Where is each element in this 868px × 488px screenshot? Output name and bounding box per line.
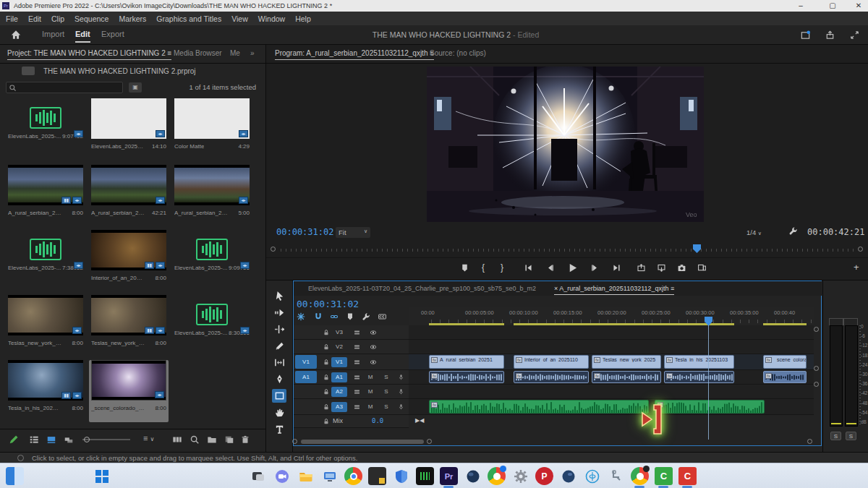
type-tool[interactable] [272,422,286,436]
rectangle-tool[interactable] [272,389,286,403]
track-button-v2[interactable]: V2 [331,342,347,352]
timeline-hscroll-far-handle[interactable] [807,439,812,444]
track-lane-a3[interactable]: fxfx [409,399,814,415]
chrome-icon[interactable] [344,467,362,485]
timeline-clip-a1[interactable]: fx [592,371,661,383]
program-current-timecode[interactable]: 00:00:31:02 [276,227,333,237]
track-lock-icon[interactable] [323,329,330,336]
sync-lock-icon[interactable] [353,343,361,351]
security-shield-icon[interactable] [392,467,410,485]
timeline-hscroll-left-handle[interactable] [292,439,297,444]
fullscreen-icon[interactable] [849,30,860,40]
tab-truncated[interactable]: Me [230,49,240,57]
menu-item-view[interactable]: View [231,14,248,23]
track-button-a1[interactable]: A1 [331,372,347,382]
mix-value[interactable]: 0.0 [372,417,383,424]
tab-project[interactable]: Project: THE MAN WHO HACKED LIGHTNING 2 … [7,49,171,60]
track-lock-icon[interactable] [323,403,330,411]
ripple-trim-cursor[interactable] [638,402,667,437]
project-item[interactable]: ◂▸_scene_colorado_2025...8:00 [89,360,169,422]
project-item[interactable]: ◂▸▮▮A_rural_serbian_2025...8:00 [6,165,85,227]
track-lane-v2[interactable] [409,340,814,354]
close-button[interactable]: ✕ [848,0,868,12]
camtasia-red-icon[interactable]: C [678,467,697,485]
tab-import[interactable]: Import [42,30,64,38]
solo-right-button[interactable]: S [846,432,856,440]
automate-sequence-icon[interactable] [172,435,182,445]
edit-original-icon[interactable] [9,435,19,445]
pc-settings-icon[interactable] [320,467,339,485]
razor-tool[interactable] [272,339,286,353]
sphere-2-icon[interactable] [559,467,577,485]
timeline-clip-v1[interactable]: fxTesla_in_his_20251103 [664,355,734,369]
playback-resolution-select[interactable]: 1/4 ∨ [744,227,774,238]
track-resize-handle-1[interactable] [814,366,819,371]
project-item[interactable]: ◂▸ElevenLabs_2025-...7:38052 [6,230,85,292]
tab-source[interactable]: Source: (no clips) [430,49,486,57]
new-item-icon[interactable] [224,435,234,445]
solo-button[interactable]: S [382,403,391,410]
timeline-playhead-line[interactable] [708,325,709,440]
go-to-out-icon[interactable] [612,263,621,273]
sync-lock-icon[interactable] [353,374,361,381]
hand-tool[interactable] [272,406,286,419]
workspaces-icon[interactable] [800,30,811,40]
project-item[interactable]: ◂▸Color Matte4:29 [172,98,252,160]
slip-tool[interactable] [272,356,286,369]
timeline-tab-active[interactable]: × A_rural_serbian_202511032112_qxjth ≡ [554,285,674,295]
chrome-badged-icon[interactable] [488,467,506,485]
project-file-name[interactable]: THE MAN WHO HACKED LIGHTNING 2.prproj [43,67,196,75]
timeline-clip-a1[interactable]: fx [763,371,807,383]
new-bin-icon[interactable] [207,435,217,445]
track-lock-icon[interactable] [323,343,330,351]
extract-icon[interactable] [657,263,666,273]
voiceover-mic-icon[interactable] [398,373,404,381]
linked-selection-icon[interactable] [330,312,339,321]
zoom-slider[interactable] [82,439,130,440]
start-button-icon[interactable] [93,467,111,485]
project-item[interactable]: ◂▸ElevenLabs_2025-...9:07452 [6,98,85,160]
tab-program[interactable]: Program: A_rural_serbian_202511032112_qx… [275,49,434,60]
voiceover-mic-icon[interactable] [398,388,404,395]
list-view-icon[interactable] [29,435,39,445]
mark-in-icon[interactable]: { [482,262,485,273]
source-patch-v1[interactable]: V1 [295,355,317,369]
menu-item-markers[interactable]: Markers [119,14,146,23]
track-lane-a2[interactable] [409,385,814,399]
track-resize-handle-2[interactable] [814,382,819,387]
comparison-view-icon[interactable] [697,263,707,273]
timeline-hscroll-right-handle[interactable] [427,439,432,444]
timeline-marker-icon[interactable] [346,312,354,321]
timeline-current-timecode[interactable]: 00:00:31:02 [297,299,359,309]
project-item[interactable]: ◂▸▮▮Teslas_new_york_202...8:00 [89,295,169,357]
project-item[interactable]: ◂▸ElevenLabs_2025-11-...14:10 [89,98,169,160]
menu-item-edit[interactable]: Edit [28,14,41,23]
search-bin-button[interactable]: ▣ [129,82,142,93]
play-button-icon[interactable] [567,262,578,273]
project-item[interactable]: ◂▸▮▮Tesla_in_his_2025110...8:00 [6,360,85,422]
search-input[interactable] [6,82,123,93]
chat-icon[interactable] [273,467,291,485]
menu-item-file[interactable]: File [6,14,18,23]
tab-media-browser[interactable]: Media Browser [174,49,222,57]
track-output-eye-icon[interactable] [369,359,378,366]
widgets-icon[interactable] [6,467,24,485]
timeline-clip-v1[interactable]: fxTeslas_new_york_2025 [592,355,661,369]
tab-overflow-icon[interactable]: » [250,49,255,57]
selection-tool[interactable] [272,289,286,303]
solo-left-button[interactable]: S [830,432,841,440]
lift-icon[interactable] [637,263,646,273]
scrubber-right-handle-icon[interactable] [858,247,863,252]
bin-icon[interactable] [22,67,35,75]
pen-tool[interactable] [272,372,286,386]
tab-edit[interactable]: Edit [75,30,90,43]
timeline-clip-a1[interactable]: fx [429,371,504,383]
gear-icon[interactable] [511,467,529,485]
timeline-hscroll[interactable] [301,440,424,444]
maximize-button[interactable]: ▢ [822,0,843,12]
project-item[interactable]: ◂▸▮▮Interior_of_an_202511...8:00 [89,230,169,292]
delete-icon[interactable] [240,435,250,445]
mute-button[interactable]: M [366,374,375,380]
track-lock-icon[interactable] [323,374,330,381]
program-playhead-marker[interactable] [693,244,701,253]
